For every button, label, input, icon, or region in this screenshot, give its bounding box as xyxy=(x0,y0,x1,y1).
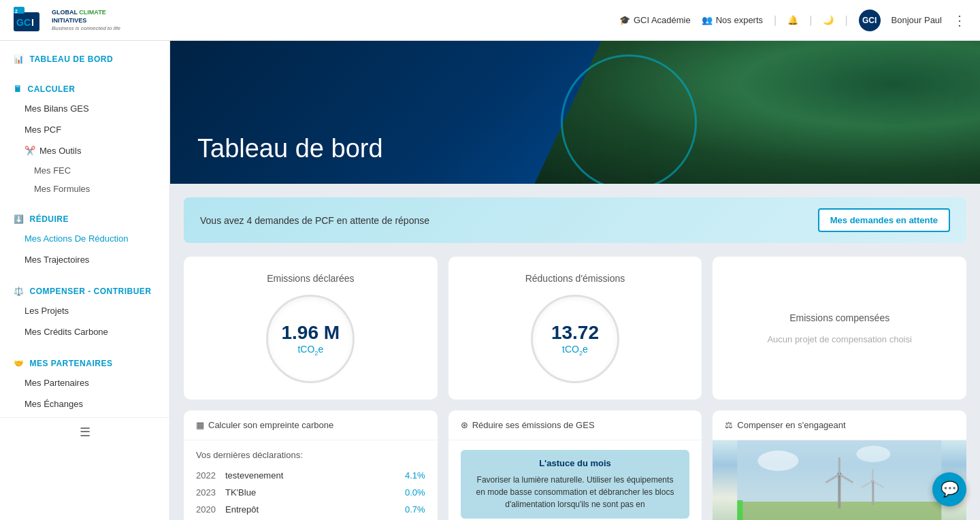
bottom-card2-body: L'astuce du mois Favoriser la lumière na… xyxy=(448,440,702,520)
card2-unit: tCO2e xyxy=(562,344,588,357)
credits-label: Mes Crédits Carbone xyxy=(24,327,108,337)
svg-rect-9 xyxy=(838,474,841,508)
notif-button[interactable]: Mes demandes en attente xyxy=(818,208,950,232)
svg-point-8 xyxy=(857,446,891,462)
decl-pct-2: 0.7% xyxy=(405,504,425,515)
sidebar-calculer-label: CALCULER xyxy=(28,84,76,94)
svg-text:I: I xyxy=(31,17,34,28)
balance2-icon: ⚖ xyxy=(725,420,733,430)
dark-mode-toggle[interactable]: 🌙 xyxy=(823,15,834,25)
projets-label: Les Projets xyxy=(24,306,69,316)
bottom-card-calculer: ▦ Calculer son empreinte carbone Vos der… xyxy=(184,410,438,520)
moon-icon: 🌙 xyxy=(823,15,834,25)
avatar[interactable]: GCI xyxy=(859,10,881,31)
sidebar-calculer-header[interactable]: 🖩 CALCULER xyxy=(0,80,169,98)
logo-name-line1: GLOBAL xyxy=(52,9,78,16)
sidebar-compenser-header[interactable]: ⚖️ COMPENSER - CONTRIBUER xyxy=(0,282,169,300)
notification-bar: Vous avez 4 demandes de PCF en attente d… xyxy=(184,197,966,243)
chart-icon: 📊 xyxy=(14,54,24,64)
pcf-label: Mes PCF xyxy=(24,125,61,135)
bottom-card-reduire: ⊛ Réduire ses émissions de GES L'astuce … xyxy=(448,410,702,520)
sidebar-reduire-label: RÉDUIRE xyxy=(30,214,69,224)
academia-label: GCI Académie xyxy=(634,15,691,25)
sidebar-item-echanges[interactable]: Mes Échanges xyxy=(0,393,169,415)
sidebar-reduire-header[interactable]: ⬇️ RÉDUIRE xyxy=(0,210,169,228)
academia-icon: 🎓 xyxy=(619,15,630,25)
formules-label: Mes Formules xyxy=(34,184,90,194)
calc-icon: ▦ xyxy=(196,420,204,430)
svg-rect-19 xyxy=(738,500,743,520)
decl-name-0: testevenement xyxy=(225,470,399,481)
sidebar-item-actions[interactable]: Mes Actions De Réduction xyxy=(0,228,169,249)
sidebar-collapse-button[interactable]: ☰ xyxy=(0,417,169,446)
topnav: GC I 2 GLOBAL CLIMATE INITIATIVES Busine… xyxy=(0,0,980,41)
logo[interactable]: GC I 2 GLOBAL CLIMATE INITIATIVES Busine… xyxy=(14,7,120,34)
bottom-card1-title: Calculer son empreinte carbone xyxy=(208,420,333,430)
sidebar-item-formules[interactable]: Mes Formules xyxy=(0,180,169,198)
bottom-card2-title: Réduire ses émissions de GES xyxy=(472,420,595,430)
card1-circle: 1.96 M tCO2e xyxy=(266,295,355,383)
mes-partenaires-label: Mes Partenaires xyxy=(24,378,89,388)
notifications-bell[interactable]: 🔔 xyxy=(787,15,798,25)
sidebar-section-reduire: ⬇️ RÉDUIRE Mes Actions De Réduction Mes … xyxy=(0,201,169,273)
declaration-row-0[interactable]: 2022 testevenement 4.1% xyxy=(196,467,425,484)
card-reductions-emissions: Réductions d'émissions 13.72 tCO2e xyxy=(448,257,702,400)
card1-title: Emissions déclarées xyxy=(267,273,354,284)
sidebar-item-bilans[interactable]: Mes Bilans GES xyxy=(0,98,169,119)
sidebar-dashboard-header[interactable]: 📊 TABLEAU DE BORD xyxy=(0,50,169,68)
sidebar-item-projets[interactable]: Les Projets xyxy=(0,300,169,321)
logo-name-line3: INITIATIVES xyxy=(52,17,86,24)
page-title: Tableau de bord xyxy=(197,134,383,163)
sidebar-section-calculer: 🖩 CALCULER Mes Bilans GES Mes PCF ✂️ Mes… xyxy=(0,71,169,201)
sidebar-section-compenser: ⚖️ COMPENSER - CONTRIBUER Les Projets Me… xyxy=(0,273,169,345)
card-emissions-declarees: Emissions déclarées 1.96 M tCO2e xyxy=(184,257,438,400)
sidebar-item-trajectoires[interactable]: Mes Trajectoires xyxy=(0,249,169,270)
declaration-row-1[interactable]: 2023 TK'Blue 0.0% xyxy=(196,484,425,501)
sidebar-item-credits[interactable]: Mes Crédits Carbone xyxy=(0,321,169,342)
tools-icon: ✂️ xyxy=(24,146,35,156)
main-content: Tableau de bord Vous avez 4 demandes de … xyxy=(170,41,980,520)
hero-banner: Tableau de bord xyxy=(170,41,980,184)
balance-icon: ⚖️ xyxy=(14,287,24,296)
sidebar-section-dashboard: 📊 TABLEAU DE BORD xyxy=(0,41,169,71)
sidebar-item-mes-partenaires[interactable]: Mes Partenaires xyxy=(0,372,169,393)
sidebar-compenser-label: COMPENSER - CONTRIBUER xyxy=(30,287,152,296)
sidebar-dashboard-label: TABLEAU DE BORD xyxy=(30,54,114,64)
chat-icon: 💬 xyxy=(941,481,959,498)
card2-title: Réductions d'émissions xyxy=(525,273,625,284)
tip-highlight-box: L'astuce du mois Favoriser la lumière na… xyxy=(461,450,690,519)
card2-value: 13.72 xyxy=(551,322,599,344)
outils-label: Mes Outils xyxy=(39,146,81,156)
bottom-card3-header: ⚖ Compenser en s'engageant xyxy=(713,410,966,440)
chat-bubble[interactable]: 💬 xyxy=(932,472,966,506)
divider3: | xyxy=(845,14,847,27)
sidebar-item-fec[interactable]: Mes FEC xyxy=(0,161,169,180)
declaration-row-2[interactable]: 2020 Entrepôt 0.7% xyxy=(196,501,425,518)
bottom-card1-header: ▦ Calculer son empreinte carbone xyxy=(184,410,438,440)
academia-link[interactable]: 🎓 GCI Académie xyxy=(619,15,691,25)
menu-icon: ☰ xyxy=(80,425,91,440)
windmill-svg xyxy=(713,440,966,520)
partners-icon: 🤝 xyxy=(14,359,24,368)
sidebar-item-pcf[interactable]: Mes PCF xyxy=(0,119,169,140)
notif-text: Vous avez 4 demandes de PCF en attente d… xyxy=(200,215,429,226)
card-emissions-compensees: Emissions compensées Aucun projet de com… xyxy=(713,257,966,400)
tip-text: Favoriser la lumière naturelle. Utiliser… xyxy=(472,474,679,510)
actions-label: Mes Actions De Réduction xyxy=(24,233,128,244)
leaf-icon: ⊛ xyxy=(461,420,468,430)
sidebar-item-outils[interactable]: ✂️ Mes Outils xyxy=(0,140,169,161)
card3-title: Emissions compensées xyxy=(789,312,889,323)
decl-name-1: TK'Blue xyxy=(225,487,399,498)
decl-year-1: 2023 xyxy=(196,487,220,498)
bilans-label: Mes Bilans GES xyxy=(24,103,89,114)
decl-pct-0: 4.1% xyxy=(405,470,425,481)
experts-link[interactable]: 👥 Nos experts xyxy=(702,15,763,25)
card3-empty: Aucun projet de compensation choisi xyxy=(767,334,911,344)
decl-pct-1: 0.0% xyxy=(405,487,425,498)
more-options-icon[interactable]: ⋮ xyxy=(953,12,966,29)
sidebar-partenaires-header[interactable]: 🤝 MES PARTENAIRES xyxy=(0,355,169,372)
card1-value: 1.96 M xyxy=(282,322,340,344)
experts-icon: 👥 xyxy=(702,15,713,25)
svg-text:GC: GC xyxy=(16,17,31,28)
greeting-text: Bonjour Paul xyxy=(892,15,942,25)
